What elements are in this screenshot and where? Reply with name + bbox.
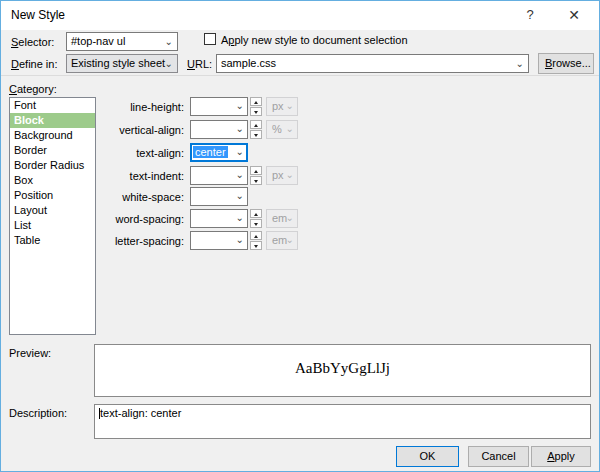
spin-down-button[interactable] [250, 241, 262, 250]
chevron-down-icon: ⌄ [236, 212, 244, 223]
line-height-combo[interactable]: ⌄ [190, 97, 248, 116]
selector-combo[interactable]: #top-nav ul ⌄ [66, 32, 178, 51]
category-label: Category: [9, 83, 57, 95]
chevron-down-icon: ⌄ [286, 212, 294, 223]
text-align-selected-value: center [193, 146, 228, 158]
text-indent-combo[interactable]: ⌄ [190, 166, 248, 185]
help-icon[interactable]: ? [513, 1, 547, 29]
dialog-title: New Style [11, 8, 65, 22]
spin-down-button[interactable] [250, 107, 262, 116]
selector-label: Selector: [11, 36, 54, 48]
line-height-stepper [250, 97, 262, 116]
chevron-down-icon: ⌄ [236, 146, 244, 157]
line-height-unit-dropdown: px ⌄ [266, 97, 298, 116]
selector-value: #top-nav ul [71, 35, 125, 47]
define-in-dropdown[interactable]: Existing style sheet ⌄ [66, 54, 178, 73]
chevron-down-icon: ⌄ [516, 56, 524, 71]
text-align-combo[interactable]: center ⌄ [190, 143, 248, 162]
word-spacing-unit-dropdown: em ⌄ [266, 209, 298, 228]
description-label: Description: [9, 407, 67, 419]
vertical-align-label: vertical-align: [1, 124, 184, 136]
property-row: letter-spacing: ⌄ em ⌄ [1, 231, 600, 250]
chevron-down-icon: ⌄ [236, 169, 244, 180]
letter-spacing-stepper [250, 231, 262, 250]
define-in-label: Define in: [11, 58, 57, 70]
spin-down-button[interactable] [250, 176, 262, 185]
browse-button[interactable]: Browse... [538, 53, 594, 74]
property-row: vertical-align: ⌄ % ⌄ [1, 120, 600, 139]
word-spacing-label: word-spacing: [1, 213, 184, 225]
ok-button[interactable]: OK [396, 446, 459, 467]
text-indent-stepper [250, 166, 262, 185]
vertical-align-unit-dropdown: % ⌄ [266, 120, 298, 139]
spin-up-button[interactable] [250, 166, 262, 175]
property-row: line-height: ⌄ px ⌄ [1, 97, 600, 116]
spin-up-button[interactable] [250, 209, 262, 218]
chevron-down-icon: ⌄ [286, 169, 294, 180]
text-align-label: text-align: [1, 147, 184, 159]
cancel-button[interactable]: Cancel [468, 446, 529, 467]
word-spacing-stepper [250, 209, 262, 228]
property-row: white-space: ⌄ [1, 187, 600, 206]
chevron-down-icon: ⌄ [165, 34, 173, 49]
define-in-value: Existing style sheet [71, 57, 165, 69]
preview-label: Preview: [9, 347, 51, 359]
apply-button[interactable]: Apply [531, 446, 591, 467]
white-space-label: white-space: [1, 191, 184, 203]
letter-spacing-combo[interactable]: ⌄ [190, 231, 248, 250]
description-text: text-align: center [100, 407, 181, 419]
apply-style-checkbox[interactable] [204, 33, 216, 45]
text-indent-unit-dropdown: px ⌄ [266, 166, 298, 185]
spin-up-button[interactable] [250, 97, 262, 106]
word-spacing-combo[interactable]: ⌄ [190, 209, 248, 228]
description-box: text-align: center [94, 404, 591, 439]
chevron-down-icon: ⌄ [236, 123, 244, 134]
url-label: URL: [187, 58, 212, 70]
line-height-label: line-height: [1, 101, 184, 113]
url-value: sample.css [221, 57, 276, 69]
title-bar[interactable]: New Style ? ✕ [1, 1, 599, 30]
vertical-align-stepper [250, 120, 262, 139]
spin-up-button[interactable] [250, 231, 262, 240]
spin-up-button[interactable] [250, 120, 262, 129]
preview-sample-text: AaBbYyGgLlJj [95, 360, 590, 377]
property-row: word-spacing: ⌄ em ⌄ [1, 209, 600, 228]
letter-spacing-unit-dropdown: em ⌄ [266, 231, 298, 250]
close-icon[interactable]: ✕ [557, 1, 591, 29]
spin-down-button[interactable] [250, 219, 262, 228]
apply-style-checkbox-label: Apply new style to document selection [221, 34, 408, 46]
url-combo[interactable]: sample.css ⌄ [216, 54, 529, 73]
white-space-combo[interactable]: ⌄ [190, 187, 248, 206]
chevron-down-icon: ⌄ [236, 190, 244, 201]
vertical-align-combo[interactable]: ⌄ [190, 120, 248, 139]
chevron-down-icon: ⌄ [286, 100, 294, 111]
property-row: text-indent: ⌄ px ⌄ [1, 166, 600, 185]
new-style-dialog: New Style ? ✕ Selector: #top-nav ul ⌄ Ap… [0, 0, 600, 472]
text-indent-label: text-indent: [1, 170, 184, 182]
property-row: text-align: center ⌄ [1, 143, 600, 162]
chevron-down-icon: ⌄ [165, 56, 173, 71]
chevron-down-icon: ⌄ [236, 100, 244, 111]
preview-box: AaBbYyGgLlJj [94, 344, 591, 397]
chevron-down-icon: ⌄ [286, 123, 294, 134]
header-divider [1, 75, 599, 76]
letter-spacing-label: letter-spacing: [1, 235, 184, 247]
spin-down-button[interactable] [250, 130, 262, 139]
chevron-down-icon: ⌄ [236, 234, 244, 245]
chevron-down-icon: ⌄ [286, 234, 294, 245]
